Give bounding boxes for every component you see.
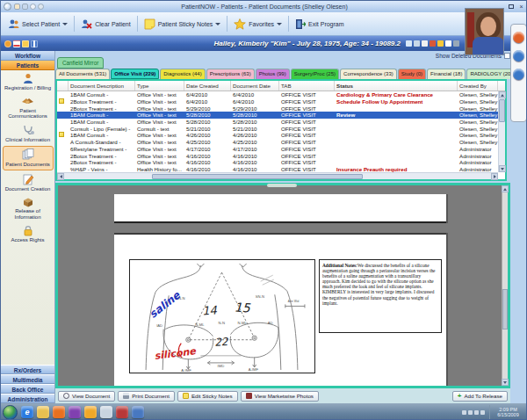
tray-icon[interactable] bbox=[468, 410, 473, 415]
table-row[interactable]: 2Botox Treatment - Office Visit - text 5… bbox=[57, 105, 498, 112]
sidebar-item-patient-communications[interactable]: Patient Communications bbox=[3, 95, 54, 121]
sidebar-section-back-office[interactable]: Back Office bbox=[1, 384, 54, 394]
calendar-icon[interactable] bbox=[13, 40, 20, 47]
view-marketwise-photos-button[interactable]: View Marketwise Photos bbox=[241, 391, 319, 402]
scroll-down-button[interactable] bbox=[499, 165, 506, 172]
pencil-icon[interactable] bbox=[422, 40, 428, 47]
table-row[interactable]: %H&P - Veins - Health History fo... 4/16… bbox=[57, 166, 498, 172]
taskbar-app-icon[interactable] bbox=[116, 406, 128, 418]
scroll-right-button[interactable] bbox=[491, 173, 498, 180]
select-patient-button[interactable]: Select Patient bbox=[4, 15, 72, 33]
folder-icon[interactable] bbox=[22, 40, 29, 47]
preview-scrollbar[interactable] bbox=[502, 185, 508, 386]
table-row[interactable]: 6Restylane Treatment - Office Visit - te… bbox=[57, 146, 498, 153]
scroll-thumb[interactable] bbox=[499, 99, 505, 122]
sidebar-section-multimedia[interactable]: Multimedia bbox=[1, 374, 54, 384]
network-icon[interactable] bbox=[474, 410, 479, 415]
scroll-thumb[interactable] bbox=[152, 174, 363, 179]
taskbar-app-icon[interactable] bbox=[132, 406, 144, 418]
sidebar-section-administration[interactable]: Administration bbox=[1, 394, 54, 403]
sidebar-section-rx-orders[interactable]: Rx/Orders bbox=[1, 365, 54, 374]
sidebar-item-registration-billing[interactable]: Registration / Billing bbox=[3, 71, 54, 93]
table-row[interactable]: 2Botox Treatment - Office Visit - text 4… bbox=[57, 152, 498, 159]
start-button[interactable] bbox=[3, 405, 18, 420]
document-tab[interactable]: Photos (99) bbox=[256, 69, 290, 79]
pause-icon[interactable] bbox=[31, 40, 38, 47]
taskbar-app-icon[interactable] bbox=[84, 406, 97, 418]
maximize-button[interactable] bbox=[507, 4, 515, 11]
col-status[interactable]: Status bbox=[335, 81, 458, 91]
col-date-created[interactable]: Date Created bbox=[184, 81, 231, 91]
table-row[interactable]: 1BAM Consult - Office Visit - text 4/26/… bbox=[57, 132, 498, 139]
tab-canfield-mirror[interactable]: Canfield Mirror bbox=[57, 57, 104, 69]
table-row[interactable]: 2Botox Treatment - Office Visit - text 6… bbox=[57, 98, 498, 105]
view-document-button[interactable]: View Document bbox=[58, 391, 115, 402]
star-icon bbox=[234, 18, 246, 30]
record-button[interactable] bbox=[513, 32, 524, 43]
document-tab[interactable]: RADIOLOGY (20) bbox=[466, 69, 510, 79]
alert-icon[interactable] bbox=[437, 40, 444, 47]
camera-button[interactable] bbox=[513, 50, 524, 62]
sidebar-item-release-of-information[interactable]: Release of Information bbox=[3, 195, 54, 221]
col-created-by[interactable]: Created By bbox=[458, 81, 498, 91]
table-row[interactable]: 1BAM Consult - Office Visit - text 5/28/… bbox=[57, 119, 498, 126]
sidebar-item-document-creation[interactable]: Document Creation bbox=[3, 172, 54, 194]
sidebar-item-clinical-information[interactable]: Clinical Information bbox=[3, 123, 54, 145]
scroll-up-button[interactable] bbox=[499, 91, 506, 98]
show-deleted-checkbox[interactable] bbox=[504, 53, 510, 59]
record-icon[interactable] bbox=[430, 40, 436, 47]
taskbar-app-icon[interactable] bbox=[100, 406, 112, 418]
document-tab[interactable]: Surgery/Proc (25) bbox=[291, 69, 339, 79]
taskbar-app-icon[interactable] bbox=[53, 406, 65, 418]
scroll-left-button[interactable] bbox=[57, 173, 64, 180]
taskbar-app-icon[interactable] bbox=[37, 406, 49, 418]
toolbar-separator bbox=[137, 16, 138, 32]
camera-icon[interactable] bbox=[453, 40, 459, 47]
gear-icon[interactable] bbox=[4, 40, 11, 47]
col-document-description[interactable]: Document Description bbox=[69, 81, 135, 91]
exit-program-button[interactable]: Exit Program bbox=[291, 15, 348, 33]
document-tab[interactable]: All Documents (531) bbox=[55, 69, 110, 79]
col-tab[interactable]: TAB bbox=[279, 81, 335, 91]
close-button[interactable]: × bbox=[517, 4, 525, 11]
scroll-up-button[interactable] bbox=[502, 185, 509, 192]
volume-icon[interactable] bbox=[480, 410, 485, 415]
col-document-date[interactable]: Document Date bbox=[231, 81, 279, 91]
taskbar-app-icon[interactable]: e bbox=[21, 406, 33, 418]
document-tab[interactable]: Prescriptions (63) bbox=[206, 69, 255, 79]
patient-sticky-notes-button[interactable]: Patient Sticky Notes bbox=[140, 15, 226, 33]
sidebar-item-access-rights[interactable]: Access Rights bbox=[3, 223, 54, 245]
splitter-handle[interactable] bbox=[267, 184, 297, 187]
scroll-thumb[interactable] bbox=[502, 289, 508, 329]
sidebar-item-patient-documents[interactable]: Patient Documents bbox=[3, 146, 54, 170]
add-to-release-button[interactable]: + Add To Release bbox=[452, 391, 508, 402]
scroll-down-button[interactable] bbox=[502, 379, 509, 386]
print-document-button[interactable]: Print Document bbox=[118, 391, 175, 402]
edit-sticky-notes-button[interactable]: Edit Sticky Notes bbox=[177, 391, 238, 402]
table-row[interactable]: 1BAM Consult - Office Visit - text 5/28/… bbox=[57, 112, 498, 119]
pointer-icon[interactable] bbox=[445, 40, 451, 47]
properties-icon[interactable] bbox=[414, 40, 420, 47]
clear-patient-button[interactable]: Clear Patient bbox=[76, 15, 134, 33]
document-tab[interactable]: Office Visit (229) bbox=[111, 69, 159, 79]
table-vertical-scrollbar[interactable] bbox=[498, 91, 505, 172]
sidebar-section-patients[interactable]: Patients bbox=[1, 61, 54, 70]
taskbar-clock[interactable]: 2:09 PM 6/15/2009 bbox=[489, 405, 526, 420]
main-toolbar: Select Patient Clear Patient Patient Sti… bbox=[1, 12, 527, 36]
table-row[interactable]: A Consult-Standard - Office Visit - text… bbox=[57, 139, 498, 146]
sidebar-section-workflow[interactable]: Workflow bbox=[1, 51, 54, 61]
col-type[interactable]: Type bbox=[135, 81, 184, 91]
table-horizontal-scrollbar[interactable] bbox=[57, 172, 498, 179]
table-row[interactable]: 1BAM Consult - Office Visit - text 6/4/2… bbox=[57, 91, 498, 98]
taskbar-app-icon[interactable] bbox=[69, 406, 81, 418]
table-row[interactable]: 2Botox Treatment - Office Visit - text 4… bbox=[57, 159, 498, 166]
document-tab[interactable]: Financial (18) bbox=[427, 69, 466, 79]
document-tab[interactable]: Correspondence (33) bbox=[340, 69, 397, 79]
favorites-button[interactable]: Favorites bbox=[229, 15, 286, 33]
document-tab[interactable]: Study (0) bbox=[398, 69, 426, 79]
snapshot-button[interactable] bbox=[513, 69, 524, 80]
tray-icon[interactable] bbox=[462, 410, 466, 415]
new-document-icon[interactable] bbox=[406, 40, 412, 47]
table-row[interactable]: Consult - Lipo (Female) - Consult - text… bbox=[57, 125, 498, 132]
document-tab[interactable]: Diagnostics (44) bbox=[160, 69, 205, 79]
